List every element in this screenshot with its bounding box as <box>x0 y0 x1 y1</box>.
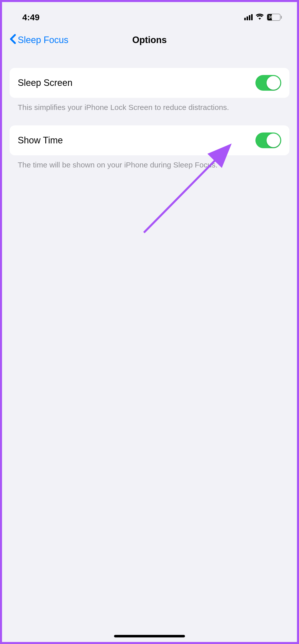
phone-frame: 4:49 36 <box>2 2 297 642</box>
status-bar: 4:49 36 <box>2 2 297 27</box>
show-time-toggle[interactable] <box>255 132 281 148</box>
cellular-signal-icon <box>244 14 253 20</box>
back-label: Sleep Focus <box>18 35 68 45</box>
wifi-icon <box>256 14 264 21</box>
toggle-knob <box>267 134 280 147</box>
status-indicators: 36 <box>244 14 282 21</box>
sleep-screen-toggle[interactable] <box>255 75 281 91</box>
sleep-screen-label: Sleep Screen <box>18 78 72 88</box>
navigation-bar: Sleep Focus Options <box>2 27 297 53</box>
sleep-screen-row: Sleep Screen <box>10 68 289 98</box>
content-area: Sleep Screen This simplifies your iPhone… <box>2 53 297 183</box>
sleep-screen-description: This simplifies your iPhone Lock Screen … <box>10 98 289 125</box>
show-time-description: The time will be shown on your iPhone du… <box>10 155 289 183</box>
home-indicator[interactable] <box>114 635 185 637</box>
battery-icon: 36 <box>267 14 282 21</box>
page-title: Options <box>132 35 167 45</box>
show-time-row: Show Time <box>10 125 289 155</box>
show-time-label: Show Time <box>18 135 63 146</box>
chevron-left-icon <box>10 34 16 46</box>
status-time: 4:49 <box>22 12 40 22</box>
back-button[interactable]: Sleep Focus <box>10 34 68 46</box>
battery-percent: 36 <box>267 15 280 20</box>
toggle-knob <box>267 76 280 90</box>
